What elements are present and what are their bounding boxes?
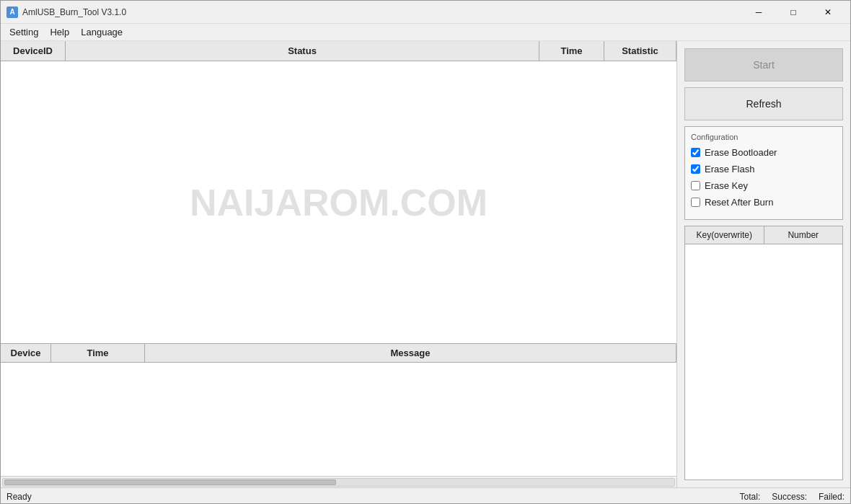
config-erase-flash: Erase Flash: [691, 164, 837, 174]
status-failed: Failed:: [819, 492, 845, 502]
refresh-button[interactable]: Refresh: [684, 87, 843, 120]
window-controls: ─ □ ✕: [742, 1, 845, 24]
app-title: AmlUSB_Burn_Tool V3.1.0: [22, 7, 742, 17]
checkbox-erase-key[interactable]: [691, 181, 700, 190]
key-col-number: Number: [764, 226, 843, 244]
main-layout: DeviceID Status Time Statistic NAIJAROM.…: [1, 41, 850, 487]
checkbox-erase-bootloader[interactable]: [691, 148, 700, 157]
scrollbar-thumb[interactable]: [4, 479, 336, 485]
minimize-button[interactable]: ─: [742, 1, 775, 24]
status-total: Total:: [740, 492, 761, 502]
device-table-area: DeviceID Status Time Statistic NAIJAROM.…: [1, 41, 676, 344]
menu-language[interactable]: Language: [75, 25, 128, 39]
horizontal-scrollbar[interactable]: [1, 476, 676, 487]
config-panel: Configuration Erase Bootloader Erase Fla…: [684, 126, 843, 220]
status-right: Total: Success: Failed:: [740, 492, 845, 502]
checkbox-erase-flash[interactable]: [691, 164, 700, 174]
status-success: Success:: [772, 492, 807, 502]
log-col-device: Device: [1, 344, 51, 362]
status-ready: Ready: [6, 492, 723, 502]
status-bar: Ready Total: Success: Failed:: [1, 487, 850, 504]
log-col-message: Message: [145, 344, 676, 362]
key-table: Key(overwrite) Number: [684, 226, 843, 480]
label-reset-after-burn: Reset After Burn: [705, 197, 773, 208]
key-table-body: [685, 244, 842, 479]
watermark: NAIJAROM.COM: [190, 181, 488, 224]
left-panel: DeviceID Status Time Statistic NAIJAROM.…: [1, 41, 677, 487]
log-table-header: Device Time Message: [1, 344, 676, 363]
app-icon: A: [6, 6, 18, 18]
config-erase-key: Erase Key: [691, 180, 837, 191]
log-table-body: [1, 363, 676, 476]
right-panel: Start Refresh Configuration Erase Bootlo…: [677, 41, 850, 487]
scrollbar-track: [2, 478, 675, 487]
close-button[interactable]: ✕: [811, 1, 845, 24]
key-table-header: Key(overwrite) Number: [685, 226, 842, 244]
col-deviceid: DeviceID: [1, 41, 66, 61]
label-erase-flash: Erase Flash: [705, 164, 754, 174]
maximize-button[interactable]: □: [777, 1, 810, 24]
config-reset-after-burn: Reset After Burn: [691, 197, 837, 208]
log-table-area: Device Time Message: [1, 344, 676, 476]
label-erase-bootloader: Erase Bootloader: [705, 147, 777, 158]
config-title: Configuration: [691, 133, 837, 141]
menu-bar: Setting Help Language: [1, 24, 850, 41]
checkbox-reset-after-burn[interactable]: [691, 198, 700, 207]
col-status: Status: [66, 41, 539, 61]
log-col-time: Time: [51, 344, 145, 362]
title-bar: A AmlUSB_Burn_Tool V3.1.0 ─ □ ✕: [1, 1, 850, 24]
menu-help[interactable]: Help: [44, 25, 75, 39]
menu-setting[interactable]: Setting: [4, 25, 44, 39]
device-table-header: DeviceID Status Time Statistic: [1, 41, 676, 61]
col-time: Time: [539, 41, 604, 61]
col-statistic: Statistic: [604, 41, 676, 61]
label-erase-key: Erase Key: [705, 180, 748, 191]
device-table-body: NAIJAROM.COM: [1, 61, 676, 343]
key-col-key: Key(overwrite): [685, 226, 764, 244]
start-button[interactable]: Start: [684, 48, 843, 81]
config-erase-bootloader: Erase Bootloader: [691, 147, 837, 158]
